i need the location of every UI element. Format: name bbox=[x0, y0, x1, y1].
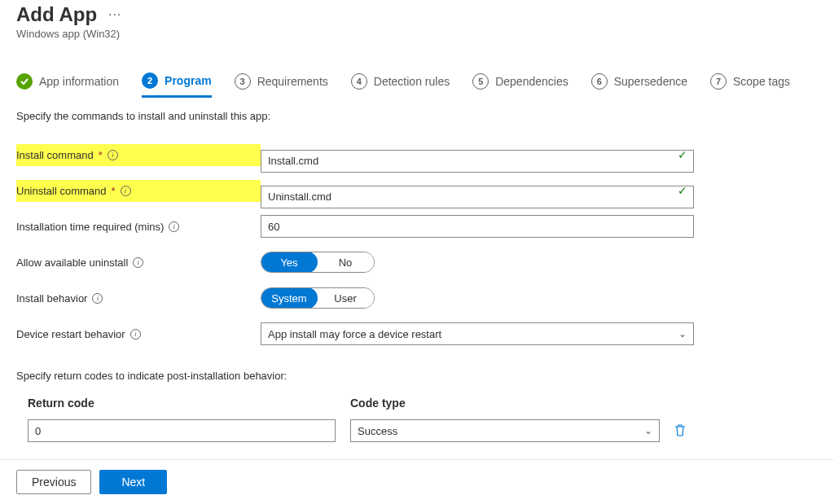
chevron-down-icon: ⌄ bbox=[644, 425, 652, 436]
uninstall-command-input[interactable] bbox=[261, 186, 694, 208]
code-type-select[interactable]: Success ⌄ bbox=[350, 419, 660, 442]
more-actions-button[interactable]: ··· bbox=[108, 7, 121, 22]
install-behavior-user[interactable]: User bbox=[317, 288, 374, 308]
required-asterisk: * bbox=[112, 185, 116, 197]
info-icon[interactable]: i bbox=[130, 329, 141, 340]
code-type-header: Code type bbox=[350, 397, 660, 410]
row-install-behavior: Install behavior i System User bbox=[16, 280, 818, 316]
step-number: 3 bbox=[235, 73, 251, 90]
field-label: Installation time required (mins) bbox=[16, 221, 164, 233]
info-icon[interactable]: i bbox=[121, 186, 131, 196]
step-label: Program bbox=[165, 74, 212, 87]
install-behavior-system[interactable]: System bbox=[261, 287, 318, 309]
checkmark-icon: ✓ bbox=[678, 148, 687, 161]
step-number: 2 bbox=[142, 72, 158, 89]
field-label: Uninstall command bbox=[16, 185, 107, 197]
step-detection-rules[interactable]: 4 Detection rules bbox=[351, 72, 450, 90]
allow-uninstall-toggle[interactable]: Yes No bbox=[261, 252, 375, 273]
restart-behavior-select[interactable]: App install may force a device restart ⌄ bbox=[261, 322, 694, 345]
install-command-input[interactable] bbox=[261, 150, 694, 173]
field-label: Install behavior bbox=[16, 292, 87, 305]
field-label: Allow available uninstall bbox=[16, 256, 128, 269]
page-subtitle: Windows app (Win32) bbox=[16, 28, 818, 40]
select-value: Success bbox=[358, 425, 397, 437]
page-title: Add App bbox=[16, 3, 97, 26]
return-codes-intro: Specify return codes to indicate post-in… bbox=[16, 370, 818, 382]
field-label: Device restart behavior bbox=[16, 328, 125, 340]
step-scope-tags[interactable]: 7 Scope tags bbox=[710, 72, 790, 90]
row-uninstall-command: Uninstall command * i ✓ bbox=[16, 173, 818, 208]
allow-uninstall-yes[interactable]: Yes bbox=[261, 252, 318, 273]
step-label: Scope tags bbox=[733, 75, 790, 88]
field-label: Install command bbox=[16, 149, 94, 161]
info-icon[interactable]: i bbox=[169, 221, 179, 232]
step-label: Detection rules bbox=[374, 75, 450, 88]
step-number: 5 bbox=[472, 73, 489, 90]
row-install-command: Install command * i ✓ bbox=[16, 137, 818, 173]
step-label: Dependencies bbox=[495, 75, 568, 88]
step-label: Requirements bbox=[257, 75, 328, 88]
step-program[interactable]: 2 Program bbox=[142, 72, 212, 98]
required-asterisk: * bbox=[99, 149, 103, 161]
step-dependencies[interactable]: 5 Dependencies bbox=[472, 72, 568, 90]
step-number: 4 bbox=[351, 73, 367, 90]
checkmark-icon: ✓ bbox=[678, 184, 687, 197]
return-code-input[interactable] bbox=[28, 419, 336, 442]
info-icon[interactable]: i bbox=[133, 257, 143, 268]
row-allow-uninstall: Allow available uninstall i Yes No bbox=[16, 244, 818, 280]
step-app-information[interactable]: App information bbox=[16, 72, 119, 90]
return-code-row: Success ⌄ bbox=[16, 419, 818, 442]
allow-uninstall-no[interactable]: No bbox=[317, 252, 374, 272]
check-icon bbox=[16, 73, 33, 90]
info-icon[interactable]: i bbox=[108, 150, 118, 160]
step-number: 6 bbox=[591, 73, 608, 90]
return-code-header: Return code bbox=[28, 397, 336, 410]
next-button[interactable]: Next bbox=[99, 470, 167, 494]
footer-bar: Previous Next bbox=[0, 459, 834, 504]
delete-icon[interactable] bbox=[674, 423, 686, 439]
step-number: 7 bbox=[710, 73, 726, 90]
section-intro: Specify the commands to install and unin… bbox=[16, 110, 818, 122]
info-icon[interactable]: i bbox=[92, 293, 103, 304]
step-requirements[interactable]: 3 Requirements bbox=[235, 72, 328, 90]
wizard-steps: App information 2 Program 3 Requirements… bbox=[16, 72, 818, 92]
row-restart-behavior: Device restart behavior i App install ma… bbox=[16, 316, 818, 352]
step-supersedence[interactable]: 6 Supersedence bbox=[591, 72, 687, 90]
chevron-down-icon: ⌄ bbox=[678, 328, 687, 340]
step-label: Supersedence bbox=[614, 75, 687, 88]
row-install-time: Installation time required (mins) i bbox=[16, 208, 818, 244]
previous-button[interactable]: Previous bbox=[16, 470, 91, 494]
step-label: App information bbox=[39, 75, 119, 88]
install-time-input[interactable] bbox=[261, 215, 694, 238]
select-value: App install may force a device restart bbox=[268, 328, 441, 340]
install-behavior-toggle[interactable]: System User bbox=[261, 287, 375, 309]
